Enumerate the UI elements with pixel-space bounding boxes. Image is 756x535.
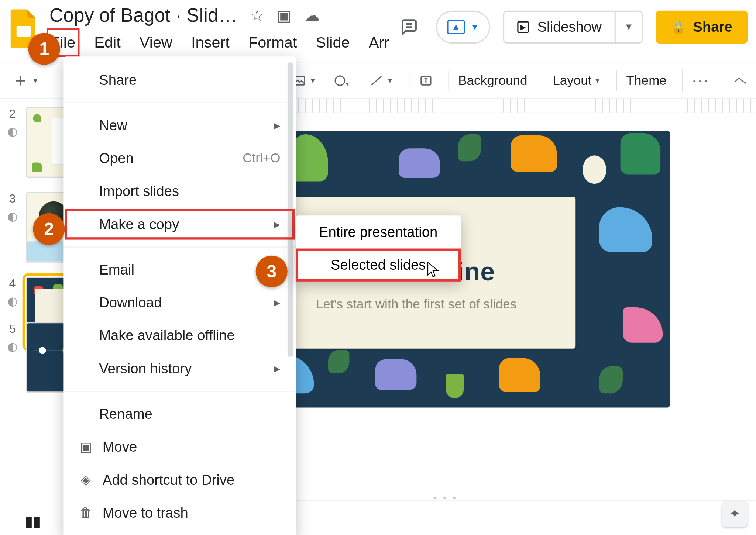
- transition-icon: ◐: [7, 124, 17, 138]
- app-header: Copy of Bagot · Slid… ☆ ▣ ☁ File Edit Vi…: [0, 0, 756, 62]
- file-menu-share[interactable]: Share: [63, 63, 296, 96]
- lock-icon: 🔒: [671, 20, 686, 34]
- background-button[interactable]: Background: [448, 70, 531, 90]
- menu-view[interactable]: View: [138, 31, 174, 54]
- thumb-number: 4: [9, 277, 16, 290]
- menu-slide[interactable]: Slide: [315, 31, 351, 54]
- submenu-entire-presentation[interactable]: Entire presentation: [296, 215, 461, 248]
- star-icon[interactable]: ☆: [250, 7, 264, 25]
- file-menu-download[interactable]: Download▶: [63, 286, 296, 319]
- document-title[interactable]: Copy of Bagot · Slid…: [49, 5, 237, 27]
- slideshow-button[interactable]: ▶ Slideshow ▼: [503, 11, 643, 44]
- insert-shape-button[interactable]: ▾: [329, 71, 356, 90]
- file-menu-version-history[interactable]: Version history▶: [63, 352, 296, 385]
- svg-point-4: [335, 76, 345, 85]
- svg-rect-0: [17, 26, 31, 37]
- thumb-number: 2: [9, 107, 16, 121]
- slideshow-label: Slideshow: [537, 19, 602, 35]
- theme-button[interactable]: Theme: [616, 70, 670, 90]
- transition-icon: ◐: [7, 294, 17, 308]
- make-a-copy-submenu: Entire presentation Selected slides: [296, 215, 461, 282]
- file-menu-open[interactable]: OpenCtrl+O: [63, 142, 296, 175]
- file-menu-new[interactable]: New▶: [63, 109, 296, 142]
- thumb-number: 3: [9, 192, 16, 206]
- menu-arrange[interactable]: Arr: [368, 31, 391, 54]
- file-menu-rename[interactable]: Rename: [63, 397, 296, 430]
- folder-move-icon: ▣: [78, 439, 94, 455]
- new-slide-button[interactable]: ＋▼: [8, 66, 42, 95]
- cursor-icon: [427, 262, 440, 278]
- file-menu-dropdown: Share New▶ OpenCtrl+O Import slides Make…: [63, 56, 296, 535]
- more-tools-button[interactable]: ···: [682, 69, 713, 92]
- view-mode-icon[interactable]: ▮▮: [25, 512, 41, 531]
- drive-shortcut-icon: ◈: [78, 472, 94, 487]
- move-to-folder-icon[interactable]: ▣: [277, 7, 292, 25]
- trash-icon: 🗑: [78, 505, 94, 520]
- svg-line-5: [371, 76, 381, 84]
- explore-button[interactable]: ✦: [722, 501, 748, 527]
- file-menu-trash[interactable]: 🗑Move to trash: [63, 496, 296, 529]
- cloud-saved-icon: ☁: [305, 7, 320, 25]
- menu-edit[interactable]: Edit: [93, 31, 122, 54]
- menubar: File Edit View Insert Format Slide Arr: [49, 31, 384, 59]
- share-label: Share: [693, 19, 732, 35]
- annotation-step-1: 1: [28, 33, 60, 65]
- play-icon: ▶: [517, 21, 529, 33]
- transition-icon: ◐: [7, 209, 17, 223]
- layout-button[interactable]: Layout▼: [543, 70, 605, 90]
- file-menu-add-shortcut[interactable]: ◈Add shortcut to Drive: [63, 463, 296, 496]
- menu-insert[interactable]: Insert: [190, 31, 231, 54]
- file-menu-import-slides[interactable]: Import slides: [63, 175, 296, 208]
- file-menu-available-offline[interactable]: Make available offline: [63, 319, 296, 352]
- annotation-step-2: 2: [33, 213, 65, 245]
- thumb-number: 5: [9, 322, 16, 336]
- collapse-toolbar-button[interactable]: ヘ: [734, 72, 748, 89]
- file-menu-move[interactable]: ▣Move: [63, 431, 296, 463]
- submenu-selected-slides[interactable]: Selected slides: [296, 249, 461, 282]
- file-menu-make-a-copy[interactable]: Make a copy▶: [63, 208, 296, 241]
- annotation-step-3: 3: [256, 256, 288, 287]
- insert-textbox-button[interactable]: [409, 72, 436, 89]
- share-button[interactable]: 🔒 Share: [656, 11, 748, 44]
- transition-icon: ◐: [7, 339, 17, 353]
- menu-format[interactable]: Format: [247, 31, 298, 54]
- comments-button[interactable]: [395, 13, 423, 41]
- present-button[interactable]: ▲ ▼: [436, 11, 490, 44]
- slide-subtitle[interactable]: Let's start with the first set of slides: [316, 297, 516, 312]
- insert-line-button[interactable]: ▼: [365, 72, 397, 89]
- slideshow-dropdown[interactable]: ▼: [615, 12, 642, 42]
